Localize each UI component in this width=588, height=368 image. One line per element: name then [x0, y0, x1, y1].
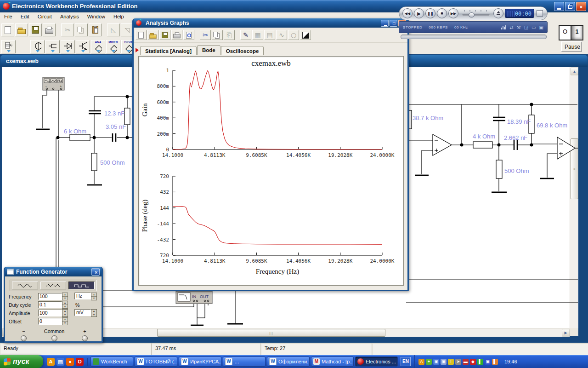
tab-scroll-arrow-icon[interactable] — [136, 48, 139, 52]
cut-button[interactable]: ✂ — [61, 23, 74, 36]
display-icon[interactable]: ▣ — [485, 359, 491, 365]
spinner-down-icon[interactable]: ▼ — [91, 297, 96, 300]
taskbar-button[interactable]: W… — [223, 356, 266, 367]
opera-icon[interactable]: O — [76, 358, 84, 366]
analysis-paste-button[interactable]: ⎗ — [224, 30, 235, 40]
monitor-icon[interactable]: ▣ — [539, 25, 543, 30]
paste-button[interactable] — [89, 23, 102, 36]
minimize-button[interactable] — [554, 2, 564, 11]
scroll-up-button[interactable]: ▲ — [571, 68, 578, 75]
restore-button[interactable] — [565, 2, 575, 11]
triangle-wave-button[interactable] — [40, 282, 67, 289]
rewind-button[interactable]: ◀◀ — [402, 8, 413, 18]
taskbar-button[interactable]: MMathcad - [p... — [311, 356, 354, 367]
vertical-scroll-thumb[interactable]: ≡ — [571, 138, 578, 199]
mixed-ics-bin-button[interactable]: MIXED — [106, 40, 120, 53]
menu-item-file[interactable]: File — [0, 13, 17, 20]
spinner-down-icon[interactable]: ▼ — [62, 322, 68, 325]
analysis-save-button[interactable] — [159, 30, 170, 40]
scroll-right-button[interactable]: ▶ — [562, 329, 570, 337]
fg-value-input[interactable]: 0.1 — [38, 301, 62, 308]
stop-button[interactable]: ■ — [437, 8, 447, 18]
pointer-icon[interactable]: ➤ — [455, 359, 461, 365]
taskbar-button[interactable]: Electronics ... — [355, 356, 398, 367]
fg-value-input[interactable]: 100 — [38, 293, 62, 300]
print-button[interactable] — [43, 23, 56, 36]
flag-icon[interactable]: ▬ — [463, 359, 469, 365]
spinner-down-icon[interactable]: ▼ — [62, 297, 68, 300]
taskbar-button[interactable]: WОформлени... — [267, 356, 310, 367]
tools-icon[interactable]: ⚒ — [517, 25, 521, 30]
analysis-legend-button[interactable]: ▤ — [264, 30, 275, 40]
spinner-up-icon[interactable]: ▲ — [62, 318, 68, 322]
pause-track-button[interactable]: ❚❚ — [425, 8, 435, 18]
forward-button[interactable]: ▶▶ — [448, 8, 458, 18]
fg-value-input[interactable]: 0 — [38, 318, 62, 325]
menu-item-analysis[interactable]: Analysis — [56, 13, 83, 20]
start-button[interactable]: пуск — [0, 355, 43, 368]
antivirus-tray-icon[interactable]: A — [418, 359, 424, 365]
spinner-up-icon[interactable]: ▲ — [62, 293, 68, 297]
menu-item-help[interactable]: Help — [109, 13, 128, 20]
analysis-maximize-button[interactable]: □ — [390, 20, 397, 27]
vertical-scrollbar[interactable]: ▲ ≡ ▼ — [570, 67, 578, 336]
shuffle-icon[interactable]: ⇄ — [509, 25, 513, 30]
menu-item-circuit[interactable]: Circuit — [34, 13, 56, 20]
playlist-icon[interactable]: ◲ — [524, 25, 528, 30]
tab-bode[interactable]: Bode — [197, 45, 220, 55]
analysis-new-button[interactable] — [136, 30, 147, 40]
function-generator-close-button[interactable]: × — [91, 268, 100, 276]
menu-item-window[interactable]: Window — [83, 13, 109, 20]
spinner-up-icon[interactable]: ▲ — [62, 310, 68, 313]
updown-icon[interactable]: ◆ — [470, 359, 476, 365]
analysis-cursors-button[interactable]: ∿ — [276, 30, 287, 40]
volume-knob[interactable] — [469, 12, 475, 17]
new-button[interactable] — [1, 23, 14, 36]
fg-unit-select[interactable]: Hz — [74, 293, 91, 299]
spinner-up-icon[interactable]: ▲ — [62, 301, 68, 305]
eject-button[interactable] — [493, 8, 503, 18]
player-seek-bar[interactable] — [401, 34, 547, 39]
open-button[interactable] — [15, 23, 28, 36]
analysis-print-button[interactable] — [171, 30, 182, 40]
fg-unit-spinner[interactable]: ▲▼ — [91, 309, 97, 317]
fg-value-input[interactable]: 100 — [38, 310, 62, 316]
fg-value-spinner[interactable]: ▲▼ — [62, 293, 68, 300]
analysis-minimize-button[interactable] — [381, 20, 389, 27]
fg-value-spinner[interactable]: ▲▼ — [62, 317, 68, 325]
analysis-properties-button[interactable]: ✎ — [240, 30, 251, 40]
analysis-zoom-button[interactable]: ○ — [288, 30, 299, 40]
tab-statistics-analog-[interactable]: Statistics [Analog] — [140, 46, 197, 55]
diodes-bin-button[interactable] — [61, 40, 75, 53]
shield-icon[interactable]: ✦ — [426, 359, 432, 365]
fg-terminal-jack[interactable] — [82, 335, 88, 341]
analog-ics-bin-button[interactable]: ANA — [91, 40, 105, 53]
antivirus-icon[interactable]: A — [47, 358, 55, 366]
fg-terminal-jack[interactable] — [51, 335, 57, 341]
spinner-up-icon[interactable]: ▲ — [91, 310, 96, 313]
tab-oscilloscope[interactable]: Oscilloscope — [221, 46, 264, 55]
bode-chart-panel[interactable]: 14.10004.8113K9.6085K14.4056K19.2028K24.… — [138, 56, 404, 286]
firefox-icon[interactable]: ● — [66, 358, 74, 366]
fg-unit-select[interactable]: mV — [74, 309, 91, 316]
function-generator-titlebar[interactable]: Function Generator × — [5, 267, 102, 276]
analysis-cut-button[interactable]: ✂ — [200, 30, 211, 40]
favorites-bin-button[interactable] — [1, 40, 16, 53]
network-off-icon[interactable]: ▣ — [441, 359, 447, 365]
menu-item-edit[interactable]: Edit — [17, 13, 34, 20]
sine-wave-button[interactable] — [12, 282, 38, 289]
save-tool-icon[interactable]: ▤ — [57, 358, 64, 366]
square-wave-button[interactable] — [68, 282, 95, 289]
book-icon[interactable]: ▌ — [492, 359, 498, 365]
basic-bin-button[interactable] — [45, 40, 60, 53]
rotate-button[interactable]: ◺ — [107, 23, 120, 36]
fg-value-spinner[interactable]: ▲▼ — [62, 309, 68, 317]
sources-bin-button[interactable]: +- — [30, 40, 45, 53]
analysis-titlebar[interactable]: Analysis Graphs □ × — [134, 18, 407, 28]
taskbar-button[interactable]: WИринКУРСА... — [179, 356, 221, 367]
network-icon[interactable]: ▣ — [433, 359, 439, 365]
spinner-down-icon[interactable]: ▼ — [62, 305, 68, 308]
analysis-invert-button[interactable] — [300, 30, 311, 40]
play-button[interactable]: ▶ — [414, 8, 424, 18]
window-icon[interactable]: ▭ — [531, 25, 536, 30]
